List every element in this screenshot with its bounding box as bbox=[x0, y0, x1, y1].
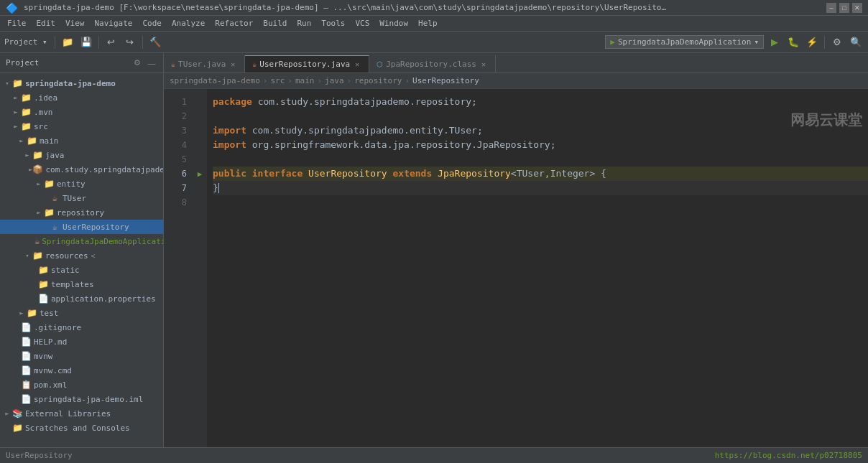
tree-label-test: test bbox=[40, 309, 59, 318]
arrow-src: ► bbox=[11, 123, 20, 130]
arrow-idea: ► bbox=[11, 94, 20, 101]
tree-item-demoiml[interactable]: 📄 springdata-jpa-demo.iml bbox=[0, 392, 163, 406]
app-logo: 🔷 bbox=[6, 2, 18, 14]
tree-item-repository[interactable]: ► 📁 repository bbox=[0, 205, 163, 220]
folder-icon-repository: 📁 bbox=[43, 207, 55, 218]
main-area: Project ⚙ — ▾ 📁 springdata-jpa-demo ► 📁 … bbox=[0, 53, 868, 447]
menu-code[interactable]: Code bbox=[138, 17, 166, 29]
tree-item-userrepository[interactable]: ☕ UserRepository bbox=[0, 220, 163, 234]
menu-bar: File Edit View Navigate Code Analyze Ref… bbox=[0, 16, 868, 32]
tree-item-src[interactable]: ► 📁 src bbox=[0, 119, 163, 134]
folder-icon-entity: 📁 bbox=[43, 179, 55, 189]
tree-label-root: springdata-jpa-demo bbox=[25, 79, 116, 88]
menu-view[interactable]: View bbox=[61, 17, 89, 29]
folder-icon-main: 📁 bbox=[26, 136, 37, 146]
redo-button[interactable]: ↪ bbox=[122, 34, 138, 50]
tree-item-resources[interactable]: ▾ 📁 resources < bbox=[0, 248, 163, 263]
tree-item-gitignore[interactable]: 📄 .gitignore bbox=[0, 320, 163, 335]
tree-item-test[interactable]: ► 📁 test bbox=[0, 306, 163, 320]
tree-item-pomxml[interactable]: 📋 pom.xml bbox=[0, 378, 163, 392]
file-icon-mvnwcmd: 📄 bbox=[20, 365, 32, 375]
menu-analyze[interactable]: Analyze bbox=[167, 17, 209, 29]
debug-button[interactable]: 🐛 bbox=[785, 34, 801, 50]
tree-item-java[interactable]: ► 📁 java bbox=[0, 148, 163, 162]
tab-jparepository[interactable]: ⬡ JpaRepository.class ✕ bbox=[369, 55, 496, 73]
tree-label-appprops: application.properties bbox=[51, 294, 156, 304]
tree-item-mvnw[interactable]: 📄 mvnw bbox=[0, 349, 163, 363]
settings-button[interactable]: ⚙ bbox=[829, 34, 845, 50]
tab-tuser[interactable]: ☕ TUser.java ✕ bbox=[164, 55, 245, 73]
tab-userrepository-close[interactable]: ✕ bbox=[353, 60, 361, 69]
tree-item-static[interactable]: 📁 static bbox=[0, 263, 163, 277]
build-button[interactable]: 🔨 bbox=[147, 34, 163, 50]
tree-label-repository: repository bbox=[57, 208, 104, 218]
close-button[interactable]: ✕ bbox=[852, 3, 862, 13]
ln-4: 4 bbox=[164, 138, 187, 152]
tree-item-templates[interactable]: 📁 templates bbox=[0, 277, 163, 291]
tree-item-application[interactable]: ☕ SpringdataJpaDemoApplication bbox=[0, 234, 163, 248]
tree-item-extlibs[interactable]: ► 📚 External Libraries bbox=[0, 406, 163, 421]
run-button[interactable]: ▶ bbox=[767, 34, 782, 50]
sidebar-collapse-button[interactable]: — bbox=[146, 57, 157, 69]
menu-help[interactable]: Help bbox=[414, 17, 442, 29]
status-url: https://blog.csdn.net/p02718805 bbox=[715, 451, 862, 460]
menu-navigate[interactable]: Navigate bbox=[91, 17, 137, 29]
breadcrumb: springdata-jpa-demo › src › main › java … bbox=[164, 73, 868, 89]
tab-tuser-close[interactable]: ✕ bbox=[228, 60, 237, 68]
editor-content[interactable]: 网易云课堂 1 2 3 4 5 6 7 8 ▶ bbox=[164, 89, 868, 447]
toolbar-sep-1 bbox=[55, 36, 55, 49]
resources-badge: < bbox=[91, 252, 96, 260]
menu-vcs[interactable]: VCS bbox=[351, 17, 374, 29]
tree-item-entity[interactable]: ► 📁 entity bbox=[0, 177, 163, 191]
bc-sep-1: › bbox=[263, 76, 268, 85]
tab-jparepository-label: JpaRepository.class bbox=[386, 60, 476, 69]
tree-item-scratches[interactable]: 📁 Scratches and Consoles bbox=[0, 421, 163, 435]
open-button[interactable]: 📁 bbox=[60, 34, 75, 50]
profile-button[interactable]: ⚡ bbox=[804, 34, 820, 50]
tree-label-helpmd: HELP.md bbox=[34, 337, 67, 347]
run-gutter-icon[interactable]: ▶ bbox=[198, 169, 203, 179]
project-dropdown[interactable]: Project ▾ bbox=[4, 37, 47, 47]
title-bar-content: 🔷 springdata-jpa-demo [F:\workspace\nete… bbox=[6, 2, 670, 14]
run-config-arrow: ▾ bbox=[754, 37, 759, 47]
tree-item-appprops[interactable]: 📄 application.properties bbox=[0, 291, 163, 306]
tab-userrepository[interactable]: ☕ UserRepository.java ✕ bbox=[245, 55, 369, 73]
search-button[interactable]: 🔍 bbox=[848, 34, 864, 50]
xml-icon-pomxml: 📋 bbox=[20, 380, 32, 390]
token-kw-import1: import bbox=[213, 123, 252, 138]
token-generic: <TUser,Integer> { bbox=[511, 167, 606, 181]
tab-jparepository-close[interactable]: ✕ bbox=[479, 60, 488, 68]
menu-window[interactable]: Window bbox=[375, 17, 412, 29]
token-extends: extends bbox=[392, 167, 438, 181]
save-button[interactable]: 💾 bbox=[78, 34, 94, 50]
menu-refactor[interactable]: Refactor bbox=[211, 17, 257, 29]
tree-item-idea[interactable]: ► 📁 .idea bbox=[0, 90, 163, 105]
tree-item-root[interactable]: ▾ 📁 springdata-jpa-demo bbox=[0, 76, 163, 90]
file-icon-helpmd: 📄 bbox=[20, 337, 32, 347]
tree-item-tuser[interactable]: ☕ TUser bbox=[0, 191, 163, 205]
menu-run[interactable]: Run bbox=[292, 17, 315, 29]
tree-item-mvnwcmd[interactable]: 📄 mvnw.cmd bbox=[0, 363, 163, 378]
tree-item-pkg[interactable]: ► 📦 com.study.springdatajpademo bbox=[0, 162, 163, 177]
minimize-button[interactable]: – bbox=[826, 3, 836, 13]
menu-build[interactable]: Build bbox=[259, 17, 291, 29]
tree-item-helpmd[interactable]: 📄 HELP.md bbox=[0, 335, 163, 349]
menu-tools[interactable]: Tools bbox=[317, 17, 349, 29]
title-bar: 🔷 springdata-jpa-demo [F:\workspace\nete… bbox=[0, 0, 868, 16]
bc-item-5: repository bbox=[354, 76, 402, 85]
maximize-button[interactable]: □ bbox=[839, 3, 849, 13]
token-kw-package: package bbox=[213, 95, 258, 109]
sidebar-settings-button[interactable]: ⚙ bbox=[131, 57, 143, 69]
tree-label-scratches: Scratches and Consoles bbox=[25, 424, 130, 433]
code-line-7: } bbox=[213, 181, 868, 195]
code-area[interactable]: package com.study.springdatajpademo.repo… bbox=[207, 89, 868, 447]
tree-item-mvn[interactable]: ► 📁 .mvn bbox=[0, 105, 163, 119]
menu-edit[interactable]: Edit bbox=[32, 17, 60, 29]
menu-file[interactable]: File bbox=[3, 17, 31, 29]
undo-button[interactable]: ↩ bbox=[103, 34, 119, 50]
tab-userrepository-icon: ☕ bbox=[252, 60, 257, 68]
folder-icon-resources: 📁 bbox=[32, 251, 43, 261]
run-configuration[interactable]: ▶ SpringdataJpaDemoApplication ▾ bbox=[605, 35, 764, 49]
token-interface: interface bbox=[252, 167, 308, 181]
tree-item-main[interactable]: ► 📁 main bbox=[0, 134, 163, 148]
